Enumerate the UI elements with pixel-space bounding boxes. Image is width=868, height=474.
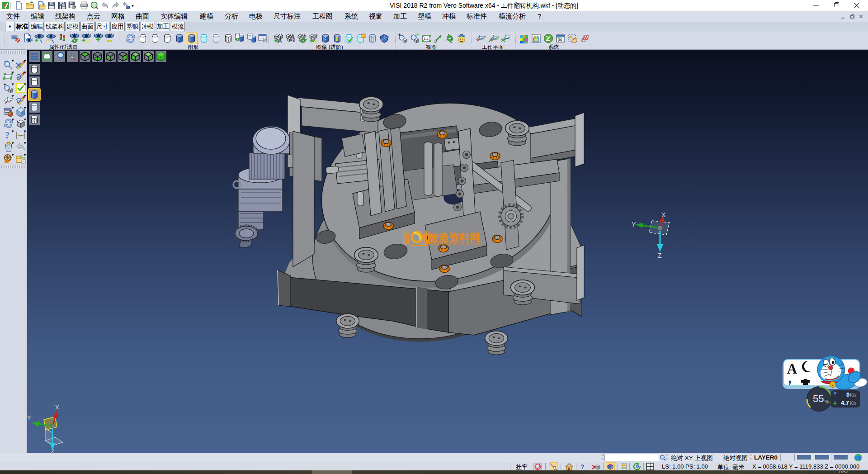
svg-text:?: ? [5,130,9,140]
svg-text:Y: Y [632,221,636,228]
svg-text:K/s: K/s [850,393,856,398]
svg-text:X: X [661,211,666,218]
svg-text:0: 0 [846,391,849,398]
svg-text:1:1: 1:1 [424,37,428,40]
svg-text:K/s: K/s [850,401,856,406]
svg-text:INTELLIGENT MANUFACTURING DATA: INTELLIGENT MANUFACTURING DATA [429,242,482,245]
svg-text:4.7: 4.7 [841,399,849,406]
svg-text:Z: Z [51,448,54,453]
svg-text:Y: Y [27,414,31,421]
svg-text:55: 55 [813,393,824,404]
svg-text:,: , [788,371,792,385]
svg-text:Z: Z [658,252,662,259]
svg-text:X: X [55,404,59,411]
svg-text:%: % [825,399,829,404]
